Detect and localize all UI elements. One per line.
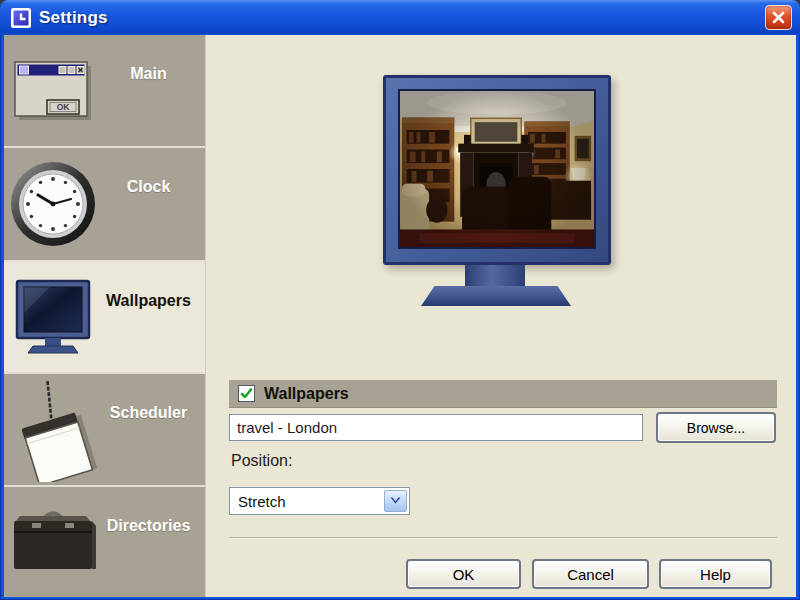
sidebar-label-directories: Directories [102, 517, 205, 535]
position-label: Position: [231, 452, 292, 470]
sidebar-item-scheduler[interactable]: Scheduler [4, 374, 205, 487]
chevron-down-icon [390, 497, 401, 505]
wallpapers-group-label: Wallpapers [264, 385, 349, 403]
monitor-stand-neck [465, 265, 525, 288]
ok-button[interactable]: OK [406, 559, 521, 589]
sidebar-item-directories[interactable]: Directories [4, 487, 205, 597]
title-bar: Settings [0, 0, 800, 35]
wallpapers-group-header: Wallpapers [229, 380, 777, 408]
close-icon [772, 11, 785, 24]
app-clock-icon [10, 7, 32, 29]
ok-button-label: OK [453, 566, 475, 583]
sidebar-label-main: Main [102, 65, 205, 83]
cancel-button[interactable]: Cancel [532, 559, 649, 589]
notepad-icon [4, 378, 102, 482]
clock-icon [4, 160, 102, 248]
wallpapers-panel: Wallpapers Browse... Position: Stretch O… [205, 35, 796, 597]
wallpapers-enabled-checkbox[interactable] [238, 385, 255, 402]
checkmark-icon [240, 387, 253, 400]
sidebar-item-main[interactable]: OK Main [4, 35, 205, 148]
settings-window: Settings OK [0, 0, 800, 600]
briefcase-icon [4, 505, 102, 579]
monitor-stand-base [421, 286, 571, 306]
wallpaper-preview-monitor [383, 75, 611, 307]
browse-button-label: Browse... [687, 420, 745, 436]
close-button[interactable] [765, 5, 792, 30]
wallpaper-filename-input[interactable] [229, 414, 643, 441]
sidebar-label-clock: Clock [102, 178, 205, 196]
monitor-frame [383, 75, 611, 265]
sidebar: OK Main [4, 35, 205, 597]
help-button-label: Help [700, 566, 731, 583]
position-dropdown[interactable]: Stretch [229, 487, 410, 515]
position-selected-value: Stretch [230, 493, 382, 510]
footer-divider [229, 537, 777, 539]
help-button[interactable]: Help [659, 559, 772, 589]
sidebar-item-clock[interactable]: Clock [4, 148, 205, 262]
cancel-button-label: Cancel [567, 566, 614, 583]
sidebar-item-wallpapers[interactable]: Wallpapers [4, 262, 205, 374]
monitor-icon [4, 279, 102, 355]
mini-window-icon: OK [4, 60, 102, 122]
wallpaper-preview-image [398, 89, 596, 249]
sidebar-label-scheduler: Scheduler [102, 404, 205, 422]
svg-text:OK: OK [57, 102, 71, 112]
window-title: Settings [39, 8, 108, 28]
sidebar-label-wallpapers: Wallpapers [102, 292, 205, 310]
browse-button[interactable]: Browse... [656, 412, 776, 443]
dropdown-arrow-button[interactable] [384, 490, 407, 512]
